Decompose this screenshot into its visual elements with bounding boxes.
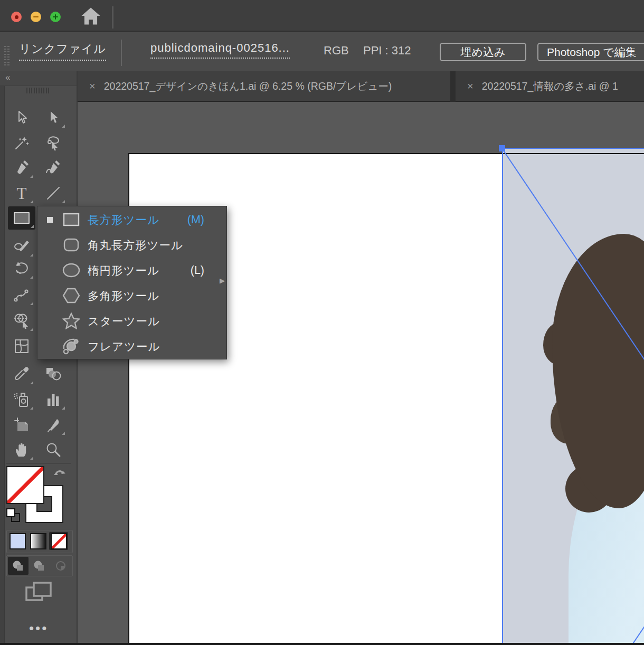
menu-item-label: 楕円形ツール (88, 263, 159, 278)
draw-mode-row (6, 555, 73, 576)
menu-item-ellipse-tool[interactable]: 楕円形ツール (L) (37, 258, 225, 283)
ellipse-icon (62, 262, 81, 278)
flyout-tearoff-arrow-icon[interactable]: ▶ (220, 277, 225, 284)
linked-filename-link[interactable]: publicdomainq-002516... (150, 41, 290, 59)
selection-tool[interactable] (8, 106, 35, 129)
close-tab-icon[interactable]: × (467, 80, 473, 92)
menu-item-rounded-rectangle-tool[interactable]: 角丸長方形ツール (37, 232, 225, 258)
lasso-tool[interactable] (40, 131, 67, 155)
panel-grip[interactable] (4, 44, 6, 65)
menu-item-polygon-tool[interactable]: 多角形ツール (37, 283, 225, 308)
direct-selection-icon (45, 110, 61, 126)
close-window-button[interactable] (11, 12, 22, 22)
mesh-tool[interactable] (8, 335, 35, 358)
symbol-sprayer-tool[interactable] (8, 388, 35, 411)
magic-wand-tool[interactable] (8, 131, 35, 155)
slice-tool[interactable] (40, 413, 67, 437)
hair (552, 234, 644, 508)
panel-grip-dots[interactable] (26, 88, 50, 93)
gradient-button[interactable] (29, 532, 48, 550)
collapse-panel-button[interactable]: « (5, 72, 10, 83)
polygon-icon (62, 287, 81, 304)
paintbrush-tool[interactable] (8, 235, 35, 258)
draw-normal-button[interactable] (8, 557, 29, 575)
minimize-window-button[interactable] (31, 12, 41, 22)
fill-color-well[interactable] (6, 466, 44, 504)
line-segment-tool[interactable] (40, 182, 67, 205)
menu-item-rectangle-tool[interactable]: 長方形ツール (M) (37, 207, 225, 232)
draw-inside-button[interactable] (50, 557, 71, 575)
mesh-icon (14, 338, 30, 354)
change-screen-mode-button[interactable] (25, 581, 52, 605)
star-icon (62, 312, 80, 329)
tab-design-basics[interactable]: × 20220517_デザインのきほん1.ai @ 6.25 % (RGB/プレ… (78, 71, 450, 102)
menu-item-flare-tool[interactable]: フレアツール (37, 334, 225, 359)
none-button[interactable] (49, 532, 68, 550)
canvas-area (77, 102, 644, 645)
shape-builder-icon (13, 312, 30, 329)
fill-color-swatch (10, 533, 26, 549)
curvature-tool[interactable] (40, 156, 67, 179)
hand-tool[interactable] (8, 438, 35, 461)
artboard-icon (14, 417, 30, 433)
color-button[interactable] (8, 532, 27, 550)
home-button[interactable] (79, 5, 102, 29)
type-tool-icon: T (17, 185, 27, 202)
screen-mode-icon (25, 581, 52, 603)
graph-tool[interactable] (40, 388, 67, 411)
selection-edge-top (502, 148, 644, 149)
shape-tool-flyout-menu: 長方形ツール (M) 角丸長方形ツール 楕円形ツール (L) 多角形ツール スタ… (37, 206, 227, 359)
blend-icon (45, 366, 62, 382)
edit-toolbar-button[interactable]: ••• (29, 620, 48, 637)
direct-selection-tool[interactable] (40, 106, 67, 129)
eyedropper-tool[interactable] (8, 363, 35, 386)
zoom-window-button[interactable] (50, 12, 61, 22)
eyedropper-icon (14, 366, 30, 382)
zoom-tool[interactable] (40, 438, 67, 461)
link-file-link[interactable]: リンクファイル (19, 41, 106, 61)
menu-item-shortcut: (M) (187, 213, 204, 226)
zoom-magnifier-icon (45, 442, 61, 458)
draw-behind-button[interactable] (29, 557, 50, 575)
tab-information-amount[interactable]: × 20220517_情報の多さ.ai @ 1 (456, 71, 644, 102)
rounded-rectangle-icon (62, 237, 80, 253)
menu-item-label: 多角形ツール (88, 288, 159, 303)
ppi-label: PPI : 312 (363, 44, 411, 58)
menu-item-label: 角丸長方形ツール (88, 238, 183, 253)
color-mode-label: RGB (324, 44, 349, 58)
line-icon (45, 185, 61, 201)
draw-inside-icon (54, 559, 68, 572)
draw-behind-icon (33, 559, 46, 572)
rotate-icon (13, 260, 30, 277)
control-bar-divider (121, 40, 122, 66)
gradient-swatch (30, 533, 46, 549)
close-tab-icon[interactable]: × (89, 80, 96, 92)
embed-button[interactable]: 埋め込み (440, 43, 526, 61)
blend-tool[interactable] (40, 363, 67, 386)
menu-item-star-tool[interactable]: スターツール (37, 308, 225, 334)
pen-tool[interactable] (8, 156, 35, 179)
menu-item-label: フレアツール (88, 339, 160, 354)
selection-corner-handle[interactable] (499, 145, 505, 151)
width-tool[interactable] (8, 283, 35, 307)
menu-item-label: スターツール (88, 314, 160, 329)
type-tool[interactable]: T (8, 182, 35, 205)
flare-icon (62, 337, 81, 355)
tab-title: 20220517_情報の多さ.ai @ 1 (482, 79, 618, 93)
shape-builder-tool[interactable] (8, 309, 35, 333)
swap-arrows-icon (53, 467, 67, 480)
home-icon (79, 5, 102, 26)
width-tool-icon (13, 287, 30, 303)
lasso-icon (45, 135, 62, 151)
rectangle-tool[interactable] (8, 206, 35, 230)
rotate-tool[interactable] (8, 257, 35, 280)
menu-item-shortcut: (L) (191, 264, 204, 277)
magic-wand-icon (14, 135, 30, 151)
swap-fill-stroke-button[interactable] (53, 467, 67, 482)
placed-image[interactable] (502, 148, 644, 645)
titlebar-divider (112, 6, 113, 29)
artboard-tool[interactable] (8, 413, 35, 437)
default-fill-stroke-button[interactable] (6, 508, 20, 522)
edit-in-photoshop-button[interactable]: Photoshop で編集 (537, 43, 644, 61)
draw-normal-icon (12, 559, 25, 572)
